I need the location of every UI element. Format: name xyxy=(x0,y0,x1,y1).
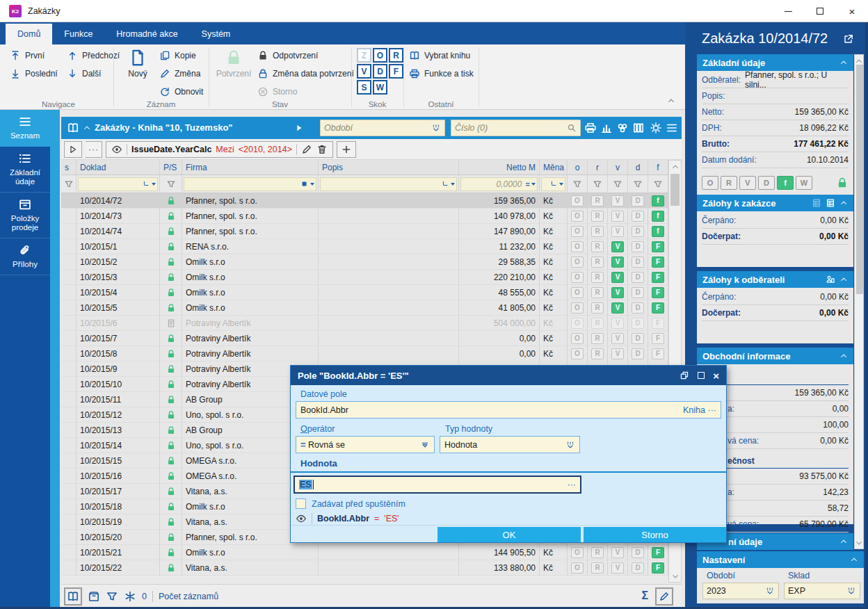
funnel-icon[interactable] xyxy=(166,179,176,189)
tab-systém[interactable]: Systém xyxy=(190,24,243,44)
tab-funkce[interactable]: Funkce xyxy=(52,24,104,44)
section-header[interactable]: Nastavení xyxy=(697,551,864,568)
snowflake-icon[interactable] xyxy=(124,590,136,603)
type-select[interactable]: Hodnota xyxy=(440,436,580,453)
skok-key-Z[interactable]: Z xyxy=(357,48,371,63)
last-button[interactable]: Poslední xyxy=(10,68,58,79)
ellipsis-button[interactable]: ··· xyxy=(708,405,717,415)
popis-filter-input[interactable] xyxy=(320,177,457,191)
minimize-button[interactable] xyxy=(772,0,804,22)
collapse-icon[interactable] xyxy=(839,199,848,207)
panel-flag-f[interactable]: f xyxy=(777,176,794,190)
table-header[interactable]: s Doklad P/S Firma Popis Netto M Měna o … xyxy=(61,160,682,175)
copy-button[interactable]: Kopie xyxy=(159,50,196,61)
tab-domů[interactable]: Domů xyxy=(6,24,52,44)
menu-icon[interactable] xyxy=(666,122,678,134)
table-row[interactable]: 10/2014/73Pfanner, spol. s r.o.140 978,0… xyxy=(61,209,682,224)
unconfirm-button[interactable]: Odpotvrzení xyxy=(257,50,318,61)
open-external-icon[interactable] xyxy=(843,33,854,44)
change-confirm-date-button[interactable]: Změna data potvrzení xyxy=(257,68,354,79)
sidebar-item-seznam[interactable]: Seznam xyxy=(0,110,50,147)
panel-flag-v[interactable]: V xyxy=(739,176,756,190)
period-filter-input[interactable]: Období xyxy=(320,120,445,136)
funnel-icon[interactable] xyxy=(106,590,118,603)
edit-filter-icon[interactable] xyxy=(301,144,312,155)
sum-button[interactable]: Σ xyxy=(641,590,648,602)
run-filter-button[interactable] xyxy=(64,141,82,158)
skok-key-R[interactable]: R xyxy=(389,48,403,63)
ellipsis-button[interactable]: ··· xyxy=(568,480,577,489)
doc-copy-icon[interactable] xyxy=(812,198,821,208)
scroll-down-arrow[interactable] xyxy=(855,537,863,549)
first-button[interactable]: První xyxy=(10,50,45,61)
table-row[interactable]: 10/2015/3Omilk s.r.o220 210,00KčORVDF xyxy=(61,270,682,285)
maximize-button[interactable] xyxy=(804,0,836,22)
next-button[interactable]: Další xyxy=(67,68,101,79)
change-button[interactable]: Změna xyxy=(159,68,200,79)
table-row[interactable]: 10/2015/21Omilk s.r.o144 905,50KčORVDF xyxy=(61,545,682,560)
sklad-select[interactable]: EXP xyxy=(784,583,860,599)
panel-flag-w[interactable]: W xyxy=(796,176,812,190)
funnel-icon[interactable] xyxy=(572,179,582,189)
netto-filter-input[interactable]: 0,0000 = xyxy=(460,177,538,191)
delete-filter-icon[interactable] xyxy=(316,144,328,155)
collapse-icon[interactable] xyxy=(839,352,848,360)
panel-scrollbar[interactable] xyxy=(854,54,864,549)
columns-icon[interactable] xyxy=(632,122,645,134)
archive-icon[interactable] xyxy=(88,590,100,603)
table-row[interactable]: 10/2015/1RENA s.r.o.11 232,00KčORVDF xyxy=(61,239,682,254)
doc-list-icon[interactable] xyxy=(826,198,835,208)
chart-icon[interactable] xyxy=(600,122,613,134)
scrollbar-thumb[interactable] xyxy=(670,174,680,206)
table-filter-row[interactable]: 0,0000 = xyxy=(61,175,682,193)
funnel-icon[interactable] xyxy=(593,179,602,189)
skok-key-W[interactable]: W xyxy=(373,80,387,95)
table-row[interactable]: 10/2015/22Vitana, a.s.133 880,00KčORVDF xyxy=(61,560,682,576)
funnel-icon[interactable] xyxy=(633,179,643,189)
table-row[interactable]: 10/2015/7Potraviny Albertík0,00KčORVDF xyxy=(61,331,682,346)
ribbon-collapse-button[interactable] xyxy=(667,97,675,105)
mena-filter-input[interactable] xyxy=(541,177,565,191)
print-icon[interactable] xyxy=(584,122,597,134)
close-icon[interactable]: × xyxy=(713,370,719,382)
table-row[interactable]: 10/2015/4Omilk s.r.o48 555,00KčORVDF xyxy=(61,285,682,300)
filter-more-button[interactable]: ··· xyxy=(86,141,102,158)
funnel-icon[interactable] xyxy=(64,179,74,189)
section-header[interactable]: Zálohy k odběrateli xyxy=(697,271,853,288)
dock-icon[interactable] xyxy=(680,371,689,380)
settings-gear-icon[interactable] xyxy=(650,122,662,134)
edit-mode-button[interactable] xyxy=(655,587,673,606)
table-row[interactable]: 10/2015/6Potraviny Albertík504 000,00KčO… xyxy=(61,316,682,331)
funnel-icon[interactable] xyxy=(613,179,622,189)
skok-key-F[interactable]: F xyxy=(389,64,403,79)
book-view-button[interactable] xyxy=(64,587,82,606)
ok-button[interactable]: OK xyxy=(437,527,581,542)
table-row[interactable]: 10/2015/8Potraviny Albertík0,00KčORVDF xyxy=(61,346,682,362)
value-input[interactable]: ES ··· xyxy=(294,476,581,494)
select-book-button[interactable]: Vybrat knihu xyxy=(409,50,470,61)
section-header[interactable]: Zálohy k zakázce xyxy=(697,195,853,211)
scrollbar-thumb[interactable] xyxy=(856,65,863,294)
operator-select[interactable]: = Rovná se xyxy=(296,436,435,453)
panel-flag-o[interactable]: O xyxy=(702,176,718,190)
scroll-up-arrow[interactable] xyxy=(669,161,681,172)
table-row[interactable]: 10/2014/72Pfanner, spol. s r.o.159 365,0… xyxy=(61,193,682,209)
collapse-icon[interactable] xyxy=(839,537,848,546)
sidebar-item-položky-prodeje[interactable]: Položky prodeje xyxy=(0,193,50,238)
collapse-icon[interactable] xyxy=(839,58,848,67)
new-button[interactable]: Nový xyxy=(122,49,154,79)
dialog-title-bar[interactable]: Pole "BookId.Abbr = 'ES'" × xyxy=(291,366,726,385)
scroll-down-arrow[interactable] xyxy=(669,570,681,582)
doklad-filter-input[interactable] xyxy=(78,177,158,191)
period-select[interactable]: 2023 xyxy=(702,583,779,599)
firma-filter-input[interactable] xyxy=(184,177,316,191)
cluster-icon[interactable] xyxy=(616,122,629,134)
add-filter-button[interactable] xyxy=(337,141,356,158)
sidebar-item-základní-údaje[interactable]: Základní údaje xyxy=(0,147,50,193)
previous-button[interactable]: Předchozí xyxy=(67,50,120,61)
play-icon[interactable] xyxy=(295,124,303,132)
sidebar-item-přílohy[interactable]: Přílohy xyxy=(0,238,50,275)
person-doc-icon[interactable] xyxy=(826,275,835,284)
confirm-button[interactable]: Potvrzení xyxy=(214,49,253,79)
functions-print-button[interactable]: Funkce a tisk xyxy=(409,68,474,79)
